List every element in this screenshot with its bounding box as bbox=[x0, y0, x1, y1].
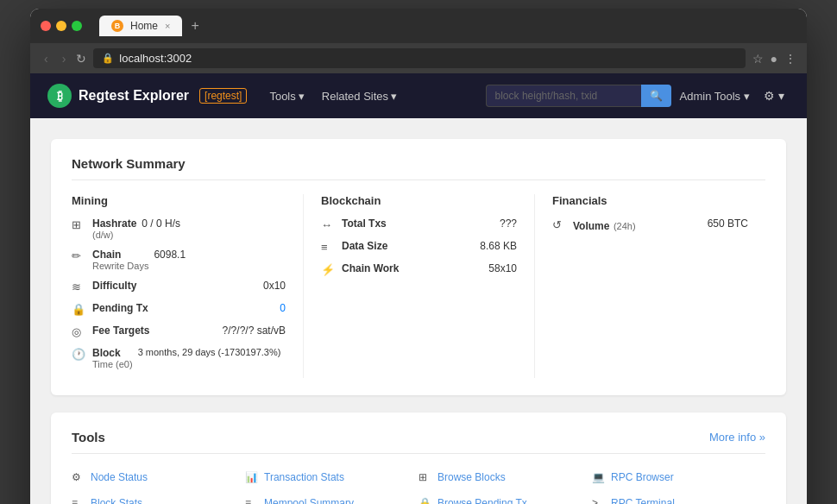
search-input[interactable] bbox=[486, 85, 641, 107]
volume-icon: ↺ bbox=[552, 218, 568, 231]
active-tab[interactable]: B Home × bbox=[99, 16, 182, 36]
volume-label: Volume bbox=[573, 220, 609, 232]
tab-title: Home bbox=[130, 20, 158, 32]
financials-column: Financials ↺ Volume (24h) 650 BTC bbox=[534, 194, 765, 378]
forward-button[interactable]: › bbox=[59, 50, 70, 67]
block-stats-link[interactable]: Block Stats bbox=[91, 497, 142, 504]
hashrate-label-block: Hashrate (d/w) bbox=[92, 217, 136, 240]
fee-targets-row: ◎ Fee Targets ?/?/?/? sat/vB bbox=[72, 324, 286, 338]
related-sites-label: Related Sites bbox=[322, 90, 388, 103]
tools-arrow: ▾ bbox=[299, 90, 305, 103]
tools-title: Tools bbox=[72, 430, 105, 444]
total-txs-value: ??? bbox=[500, 217, 517, 230]
brand-tag: [regtest] bbox=[199, 88, 247, 104]
tool-rpc-terminal[interactable]: >_ RPC Terminal bbox=[592, 494, 765, 504]
browse-pending-link[interactable]: Browse Pending Tx bbox=[437, 497, 527, 504]
mining-col-title: Mining bbox=[72, 194, 286, 207]
url-bar[interactable]: 🔒 localhost:3002 bbox=[93, 48, 745, 68]
search-button[interactable]: 🔍 bbox=[641, 85, 671, 107]
data-size-value: 8.68 KB bbox=[480, 240, 517, 252]
back-button[interactable]: ‹ bbox=[41, 50, 52, 67]
browse-blocks-link[interactable]: Browse Blocks bbox=[437, 471, 506, 483]
star-icon[interactable]: ☆ bbox=[752, 52, 764, 66]
pending-tx-row: 🔒 Pending Tx 0 bbox=[72, 302, 286, 316]
chain-sub: Rewrite Days bbox=[92, 261, 148, 271]
tools-card: Tools More info » ⚙ Node Status 📊 Transa… bbox=[51, 413, 786, 504]
tab-close-button[interactable]: × bbox=[165, 21, 170, 31]
transaction-stats-icon: 📊 bbox=[245, 471, 259, 483]
network-summary-title: Network Summary bbox=[72, 156, 765, 180]
admin-tools-label: Admin Tools bbox=[680, 90, 741, 103]
tool-browse-blocks[interactable]: ⊞ Browse Blocks bbox=[418, 468, 592, 487]
traffic-lights bbox=[41, 21, 82, 31]
gear-menu[interactable]: ⚙ ▾ bbox=[758, 89, 790, 103]
block-time-row: 🕐 Block Time (e0) 3 months, 29 days (-17… bbox=[72, 347, 286, 369]
blockchain-col-title: Blockchain bbox=[321, 194, 517, 207]
browser-bar: ‹ › ↻ 🔒 localhost:3002 ☆ ● ⋮ bbox=[30, 43, 807, 73]
pending-icon: 🔒 bbox=[72, 303, 87, 316]
pending-tx-label: Pending Tx bbox=[92, 302, 274, 314]
menu-icon[interactable]: ⋮ bbox=[784, 52, 796, 66]
maximize-button[interactable] bbox=[72, 21, 82, 31]
block-time-label-block: Block Time (e0) bbox=[92, 347, 133, 369]
tools-label: Tools bbox=[269, 90, 295, 103]
brand-name: Regtest Explorer bbox=[79, 88, 189, 104]
more-info-link[interactable]: More info » bbox=[709, 431, 765, 444]
rpc-terminal-link[interactable]: RPC Terminal bbox=[611, 497, 675, 504]
tool-node-status[interactable]: ⚙ Node Status bbox=[72, 468, 245, 487]
admin-tools-arrow: ▾ bbox=[744, 90, 750, 103]
node-status-link[interactable]: Node Status bbox=[91, 471, 148, 483]
fee-icon: ◎ bbox=[72, 325, 87, 338]
tool-block-stats[interactable]: ≡ Block Stats bbox=[72, 494, 245, 504]
close-button[interactable] bbox=[41, 21, 51, 31]
url-text: localhost:3002 bbox=[119, 52, 192, 65]
hashrate-icon: ⊞ bbox=[72, 218, 87, 231]
tool-rpc-browser[interactable]: 💻 RPC Browser bbox=[592, 468, 765, 487]
mempool-summary-link[interactable]: Mempool Summary bbox=[264, 497, 354, 504]
total-txs-label: Total Txs bbox=[342, 217, 494, 230]
rpc-browser-link[interactable]: RPC Browser bbox=[611, 471, 674, 483]
chain-label: Chain bbox=[92, 249, 148, 261]
tool-browse-pending[interactable]: 🔒 Browse Pending Tx bbox=[418, 494, 592, 504]
tool-transaction-stats[interactable]: 📊 Transaction Stats bbox=[245, 468, 418, 487]
chain-work-label: Chain Work bbox=[342, 262, 483, 274]
brand: ₿ Regtest Explorer [regtest] bbox=[47, 84, 247, 108]
browser-actions: ☆ ● ⋮ bbox=[752, 52, 796, 66]
refresh-button[interactable]: ↻ bbox=[76, 52, 86, 66]
tab-favicon: B bbox=[111, 20, 123, 32]
summary-grid: Mining ⊞ Hashrate (d/w) 0 / 0 H/s ✏ Chai… bbox=[72, 194, 765, 378]
difficulty-row: ≋ Difficulty 0x10 bbox=[72, 280, 286, 293]
network-summary-card: Network Summary Mining ⊞ Hashrate (d/w) … bbox=[51, 139, 786, 395]
data-size-icon: ≡ bbox=[321, 241, 337, 254]
total-txs-icon: ↔ bbox=[321, 218, 337, 231]
fee-targets-label: Fee Targets bbox=[92, 324, 217, 337]
tab-bar: B Home × + bbox=[99, 16, 205, 36]
new-tab-button[interactable]: + bbox=[186, 18, 204, 34]
tool-mempool-summary[interactable]: ≡ Mempool Summary bbox=[245, 494, 418, 504]
page-content: Network Summary Mining ⊞ Hashrate (d/w) … bbox=[30, 118, 807, 504]
user-icon[interactable]: ● bbox=[771, 52, 777, 66]
minimize-button[interactable] bbox=[56, 21, 66, 31]
tools-menu[interactable]: Tools ▾ bbox=[261, 73, 312, 118]
hashrate-label: Hashrate bbox=[92, 217, 136, 230]
chain-rewrite-value: 6098.1 bbox=[154, 249, 186, 261]
chain-work-row: ⚡ Chain Work 58x10 bbox=[321, 262, 517, 276]
difficulty-icon: ≋ bbox=[72, 280, 87, 293]
difficulty-value: 0x10 bbox=[263, 280, 286, 292]
related-sites-menu[interactable]: Related Sites ▾ bbox=[313, 73, 406, 118]
chain-rewrite-row: ✏ Chain Rewrite Days 6098.1 bbox=[72, 249, 286, 271]
hashrate-row: ⊞ Hashrate (d/w) 0 / 0 H/s bbox=[72, 217, 286, 240]
fee-targets-value: ?/?/?/? sat/vB bbox=[223, 324, 286, 337]
hashrate-sub: (d/w) bbox=[92, 230, 136, 240]
blockchain-column: Blockchain ↔ Total Txs ??? ≡ Data Size 8… bbox=[303, 194, 534, 378]
search-form: 🔍 bbox=[486, 85, 671, 107]
block-time-value: 3 months, 29 days (-1730197.3%) bbox=[138, 347, 281, 357]
data-size-label: Data Size bbox=[342, 240, 475, 252]
admin-tools-menu[interactable]: Admin Tools ▾ bbox=[671, 90, 759, 103]
volume-value: 650 BTC bbox=[708, 217, 748, 230]
node-status-icon: ⚙ bbox=[72, 471, 85, 483]
block-time-label: Block bbox=[92, 347, 133, 359]
difficulty-label: Difficulty bbox=[92, 280, 258, 292]
block-stats-icon: ≡ bbox=[72, 497, 85, 504]
transaction-stats-link[interactable]: Transaction Stats bbox=[264, 471, 344, 483]
